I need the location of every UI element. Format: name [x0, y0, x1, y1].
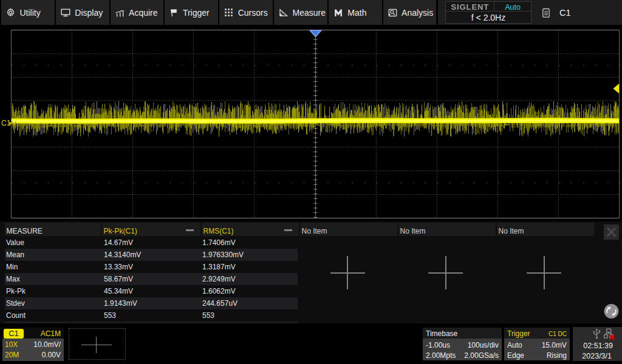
svg-text:C1: C1 — [1, 119, 11, 127]
